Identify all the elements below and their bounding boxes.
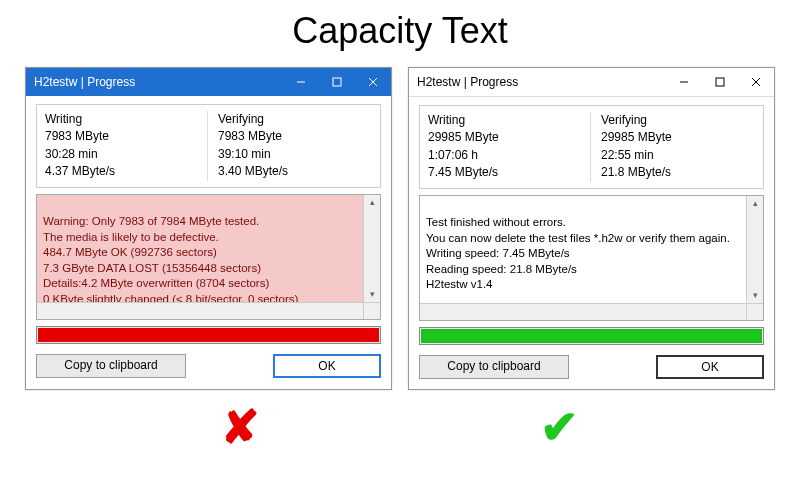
verifying-time: 22:55 min xyxy=(601,147,755,164)
scroll-left-icon[interactable]: ◂ xyxy=(420,319,436,320)
dialog-row: H2testw | Progress Writing 7983 MByte 30… xyxy=(0,67,800,390)
verifying-label: Verifying xyxy=(218,111,372,128)
writing-time: 30:28 min xyxy=(45,146,199,163)
svg-rect-5 xyxy=(716,78,724,86)
verifying-speed: 21.8 MByte/s xyxy=(601,164,755,181)
window-controls xyxy=(283,68,391,96)
verifying-label: Verifying xyxy=(601,112,755,129)
scroll-down-icon[interactable]: ▾ xyxy=(364,287,380,303)
scrollbar-horizontal[interactable]: ◂ ▸ xyxy=(420,303,747,320)
verifying-speed: 3.40 MByte/s xyxy=(218,163,372,180)
button-row: Copy to clipboard OK xyxy=(419,355,764,379)
check-icon: ✔ xyxy=(540,400,579,454)
scroll-corner xyxy=(746,303,763,320)
minimize-button[interactable] xyxy=(283,68,319,96)
copy-to-clipboard-button[interactable]: Copy to clipboard xyxy=(419,355,569,379)
progress-bar xyxy=(419,327,764,345)
verdict-row: ✘ ✔ xyxy=(0,400,800,454)
writing-bytes: 7983 MByte xyxy=(45,128,199,145)
writing-label: Writing xyxy=(45,111,199,128)
dialog-failed: H2testw | Progress Writing 7983 MByte 30… xyxy=(25,67,392,390)
scroll-left-icon[interactable]: ◂ xyxy=(37,318,53,319)
window-controls xyxy=(666,68,774,96)
dialog-passed: H2testw | Progress Writing 29985 MByte 1… xyxy=(408,67,775,390)
progress-fill xyxy=(421,329,762,343)
ok-button[interactable]: OK xyxy=(273,354,381,378)
cross-icon: ✘ xyxy=(221,400,260,454)
verifying-bytes: 7983 MByte xyxy=(218,128,372,145)
scroll-down-icon[interactable]: ▾ xyxy=(747,288,763,304)
button-row: Copy to clipboard OK xyxy=(36,354,381,378)
dialog-body: Writing 29985 MByte 1:07:06 h 7.45 MByte… xyxy=(409,97,774,389)
maximize-button[interactable] xyxy=(702,68,738,96)
maximize-button[interactable] xyxy=(319,68,355,96)
window-title: H2testw | Progress xyxy=(417,75,666,89)
writing-speed: 7.45 MByte/s xyxy=(428,164,582,181)
close-button[interactable] xyxy=(355,68,391,96)
progress-bar xyxy=(36,326,381,344)
writing-label: Writing xyxy=(428,112,582,129)
svg-rect-1 xyxy=(333,78,341,86)
verifying-bytes: 29985 MByte xyxy=(601,129,755,146)
writing-column: Writing 29985 MByte 1:07:06 h 7.45 MByte… xyxy=(428,112,591,182)
scrollbar-vertical[interactable]: ▴ ▾ xyxy=(746,196,763,304)
scrollbar-horizontal[interactable]: ◂ ▸ xyxy=(37,302,364,319)
progress-fill xyxy=(38,328,379,342)
log-output[interactable]: Warning: Only 7983 of 7984 MByte tested.… xyxy=(36,194,381,320)
minimize-button[interactable] xyxy=(666,68,702,96)
page-title: Capacity Text xyxy=(0,10,800,52)
scroll-up-icon[interactable]: ▴ xyxy=(364,195,380,211)
writing-column: Writing 7983 MByte 30:28 min 4.37 MByte/… xyxy=(45,111,208,181)
stats-panel: Writing 7983 MByte 30:28 min 4.37 MByte/… xyxy=(36,104,381,188)
titlebar: H2testw | Progress xyxy=(26,68,391,96)
scroll-up-icon[interactable]: ▴ xyxy=(747,196,763,212)
window-title: H2testw | Progress xyxy=(34,75,283,89)
writing-bytes: 29985 MByte xyxy=(428,129,582,146)
verifying-column: Verifying 7983 MByte 39:10 min 3.40 MByt… xyxy=(208,111,372,181)
writing-time: 1:07:06 h xyxy=(428,147,582,164)
verifying-time: 39:10 min xyxy=(218,146,372,163)
scrollbar-vertical[interactable]: ▴ ▾ xyxy=(363,195,380,303)
stats-panel: Writing 29985 MByte 1:07:06 h 7.45 MByte… xyxy=(419,105,764,189)
writing-speed: 4.37 MByte/s xyxy=(45,163,199,180)
dialog-body: Writing 7983 MByte 30:28 min 4.37 MByte/… xyxy=(26,96,391,388)
log-output[interactable]: Test finished without errors. You can no… xyxy=(419,195,764,321)
titlebar: H2testw | Progress xyxy=(409,68,774,97)
log-text: Test finished without errors. You can no… xyxy=(426,216,730,290)
close-button[interactable] xyxy=(738,68,774,96)
scroll-corner xyxy=(363,302,380,319)
verifying-column: Verifying 29985 MByte 22:55 min 21.8 MBy… xyxy=(591,112,755,182)
ok-button[interactable]: OK xyxy=(656,355,764,379)
copy-to-clipboard-button[interactable]: Copy to clipboard xyxy=(36,354,186,378)
